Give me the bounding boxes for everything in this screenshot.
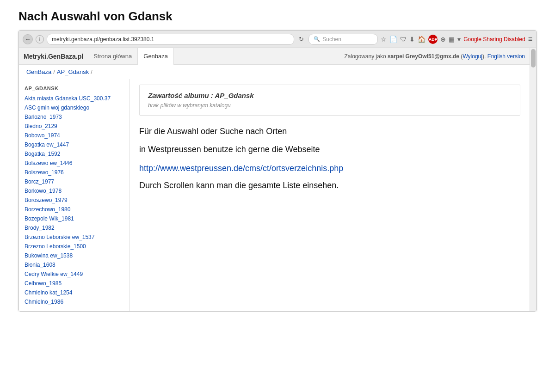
list-item: Borkowo_1978 (19, 186, 130, 196)
breadcrumb-genbaza[interactable]: GenBaza (26, 68, 51, 75)
page-title: Nach Auswahl von Gdansk (0, 0, 555, 30)
list-item: Barlozno_1973 (19, 112, 130, 122)
list-item: Chmielno_1986 (19, 297, 130, 306)
sidebar-link[interactable]: Akta miasta Gdanska USC_300.37 (25, 95, 111, 102)
info-line2: in Westpreussen benutze ich gerne die We… (139, 143, 520, 156)
sidebar-link[interactable]: Brzezno Leborskie_1500 (25, 243, 86, 250)
list-item: Błonia_1608 (19, 260, 130, 270)
site-logo: Metryki.GenBaza.pl (24, 53, 88, 60)
search-bar[interactable]: 🔍 Suchen (308, 34, 378, 45)
info-icon: i (39, 37, 40, 42)
list-item: Akta miasta Gdanska USC_300.37 (19, 94, 130, 103)
bookmark-icon[interactable]: 📄 (389, 36, 397, 43)
sidebar-link[interactable]: Barlozno_1973 (25, 114, 62, 120)
sidebar-link[interactable]: Błonia_1608 (25, 262, 56, 268)
star-icon[interactable]: ☆ (381, 36, 387, 43)
list-item: Brzezno Leborskie_1500 (19, 242, 130, 251)
user-info: Zalogowany jako sarpei GreyOwl51@gmx.de … (345, 53, 525, 60)
album-empty-text: brak plików w wybranym katalogu (148, 102, 512, 109)
back-icon: ← (25, 36, 31, 43)
app-icon[interactable]: ▦ (449, 36, 455, 43)
adblock-icon[interactable]: ABP (428, 35, 438, 44)
download-icon[interactable]: ⬇ (409, 36, 415, 43)
sidebar-link[interactable]: Bobowo_1974 (25, 132, 60, 139)
breadcrumb: GenBaza / AP_Gdansk / (19, 65, 530, 79)
url-bar[interactable]: metryki.genbaza.pl/genbaza.list.392380.1 (47, 34, 294, 45)
sidebar-link[interactable]: Boroszewo_1979 (25, 197, 68, 203)
sidebar-link[interactable]: Chmielno kat_1254 (25, 289, 72, 296)
extension-icon[interactable]: ⊕ (440, 36, 446, 43)
list-item: Brzezno Leborskie ew_1537 (19, 233, 130, 242)
list-item: Bolszewo_1976 (19, 168, 130, 177)
album-box: Zawartość albumu : AP_Gdansk brak plików… (139, 85, 520, 116)
menu-button[interactable]: ≡ (528, 35, 532, 43)
sidebar-link[interactable]: Brzezno Leborskie ew_1537 (25, 234, 94, 240)
scrollbar-thumb[interactable] (531, 49, 536, 67)
sidebar-link[interactable]: Bogatka_1592 (25, 151, 60, 157)
sidebar-link[interactable]: Bolszewo ew_1446 (25, 160, 72, 166)
search-placeholder: Suchen (322, 36, 341, 43)
list-item: Chmielno kat_1254 (19, 288, 130, 297)
logout-link[interactable]: Wyloguj (462, 53, 482, 60)
sidebar-link[interactable]: Bozepole Wlk_1981 (25, 215, 74, 222)
list-item: Celbowo_1985 (19, 279, 130, 288)
url-text: metryki.genbaza.pl/genbaza.list.392380.1 (52, 36, 289, 43)
sidebar-link[interactable]: Chmielno_1986 (25, 299, 63, 305)
list-item: Bledno_2129 (19, 122, 130, 131)
browser-toolbar: ← i metryki.genbaza.pl/genbaza.list.3923… (19, 31, 536, 48)
google-sharing-label[interactable]: Google Sharing Disabled (463, 36, 525, 43)
list-item: Bozepole Wlk_1981 (19, 214, 130, 223)
dropdown-icon[interactable]: ▾ (457, 36, 461, 43)
sidebar: AP_GDANSK Akta miasta Gdanska USC_300.37… (19, 79, 130, 311)
main-content: AP_GDANSK Akta miasta Gdanska USC_300.37… (19, 79, 530, 311)
sidebar-header: AP_GDANSK (19, 84, 130, 94)
shield-icon[interactable]: 🛡 (400, 36, 407, 43)
username: sarpei GreyOwl51@gmx.de (388, 53, 459, 60)
list-item: Bogatka ew_1447 (19, 140, 130, 149)
back-button[interactable]: ← (23, 34, 33, 44)
info-link[interactable]: http://www.westpreussen.de/cms/ct/ortsve… (139, 164, 520, 173)
list-item: Bogatka_1592 (19, 149, 130, 159)
list-item: Borzechowo_1980 (19, 205, 130, 214)
info-scroll-text: Durch Scrollen kann man die gesamte List… (139, 181, 520, 190)
sidebar-link[interactable]: Borkowo_1978 (25, 188, 62, 194)
info-line1: Für die Auswahl oder Suche nach Orten (139, 125, 520, 138)
breadcrumb-ap-gdansk[interactable]: AP_Gdansk (57, 68, 89, 75)
site-nav: Metryki.GenBaza.pl Strona główna Genbaza… (19, 48, 530, 65)
sidebar-link[interactable]: Cedry Wielkie ew_1449 (25, 271, 83, 277)
sidebar-link[interactable]: Bogatka ew_1447 (25, 141, 69, 148)
sidebar-link[interactable]: Celbowo_1985 (25, 280, 62, 287)
browser-content-wrapper: Metryki.GenBaza.pl Strona główna Genbaza… (19, 48, 536, 311)
list-item: Cedry Wielkie ew_1449 (19, 270, 130, 279)
nav-item-home[interactable]: Strona główna (88, 48, 137, 65)
list-item: ASC gmin woj gdanskiego (19, 103, 130, 112)
nav-item-genbaza[interactable]: Genbaza (137, 48, 174, 65)
refresh-icon: ↻ (299, 36, 304, 43)
browser-window: ← i metryki.genbaza.pl/genbaza.list.3923… (18, 30, 536, 312)
browser-content: Metryki.GenBaza.pl Strona główna Genbaza… (19, 48, 530, 311)
sidebar-link[interactable]: Brody_1982 (25, 225, 55, 231)
home-icon[interactable]: 🏠 (418, 36, 426, 43)
sidebar-link[interactable]: Borzechowo_1980 (25, 206, 70, 213)
list-item: Bukowina ew_1538 (19, 251, 130, 260)
sidebar-link[interactable]: Bukowina ew_1538 (25, 252, 73, 259)
list-item: Bobowo_1974 (19, 131, 130, 140)
list-item: Bolszewo ew_1446 (19, 159, 130, 168)
search-icon: 🔍 (314, 36, 320, 42)
sidebar-link[interactable]: ASC gmin woj gdanskiego (25, 104, 89, 111)
list-item: Brody_1982 (19, 223, 130, 233)
english-version-link[interactable]: English version (487, 53, 525, 60)
list-item: Borcz_1977 (19, 177, 130, 186)
album-title: Zawartość albumu : AP_Gdansk (148, 92, 512, 99)
refresh-button[interactable]: ↻ (297, 36, 306, 43)
album-area: Zawartość albumu : AP_Gdansk brak plików… (130, 79, 530, 311)
sidebar-link[interactable]: Bolszewo_1976 (25, 169, 64, 176)
list-item: Boroszewo_1979 (19, 196, 130, 205)
sidebar-link[interactable]: Bledno_2129 (25, 123, 57, 129)
info-button[interactable]: i (36, 35, 44, 43)
scrollbar-track[interactable] (530, 48, 536, 311)
browser-actions: ☆ 📄 🛡 ⬇ 🏠 ABP ⊕ ▦ ▾ Google Sharing Disab… (381, 35, 532, 44)
sidebar-link[interactable]: Borcz_1977 (25, 178, 54, 185)
